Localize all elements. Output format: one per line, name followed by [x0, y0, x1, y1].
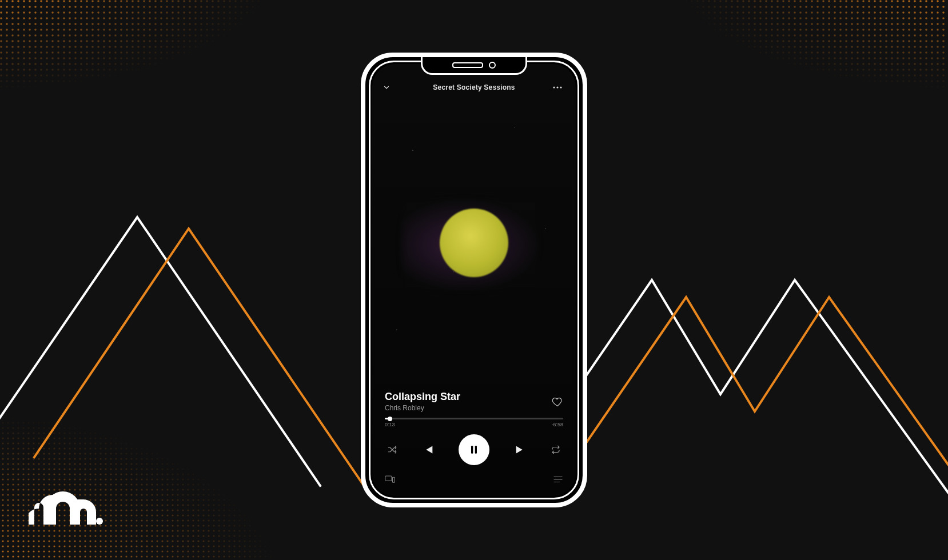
devices-icon[interactable]	[385, 475, 395, 483]
context-title: Secret Society Sessions	[433, 83, 515, 91]
svg-rect-13	[471, 446, 473, 453]
halftone-top-right	[674, 0, 948, 91]
brand-logo	[29, 486, 109, 537]
phone-mockup: Secret Society Sessions Collapsing Star …	[361, 53, 587, 507]
player-footer	[372, 465, 576, 496]
progress-bar[interactable]: 0:13 -6:58	[372, 412, 576, 427]
time-remaining: -6:58	[551, 422, 563, 427]
svg-point-12	[560, 86, 561, 88]
more-icon[interactable]	[553, 86, 565, 89]
svg-rect-5	[674, 0, 948, 91]
album-art	[372, 98, 576, 387]
svg-rect-2	[0, 0, 274, 91]
svg-rect-15	[385, 476, 392, 481]
svg-rect-14	[475, 446, 477, 453]
svg-point-9	[96, 518, 103, 525]
shuffle-icon[interactable]	[387, 445, 397, 455]
time-elapsed: 0:13	[385, 422, 395, 427]
queue-icon[interactable]	[553, 475, 563, 483]
music-player-screen: Secret Society Sessions Collapsing Star …	[372, 64, 576, 496]
svg-point-11	[556, 86, 558, 88]
svg-rect-16	[393, 477, 395, 482]
svg-point-10	[553, 86, 555, 88]
playback-controls	[372, 427, 576, 465]
pause-button[interactable]	[459, 434, 489, 465]
heart-icon[interactable]	[552, 396, 563, 407]
track-artist: Chris Robley	[385, 404, 460, 412]
track-info: Collapsing Star Chris Robley	[372, 387, 576, 412]
previous-icon[interactable]	[422, 443, 435, 456]
repeat-icon[interactable]	[551, 445, 561, 455]
next-icon[interactable]	[514, 443, 527, 456]
phone-notch	[421, 57, 527, 75]
chevron-down-icon[interactable]	[383, 83, 395, 91]
track-title: Collapsing Star	[385, 391, 460, 403]
halftone-top-left	[0, 0, 274, 91]
